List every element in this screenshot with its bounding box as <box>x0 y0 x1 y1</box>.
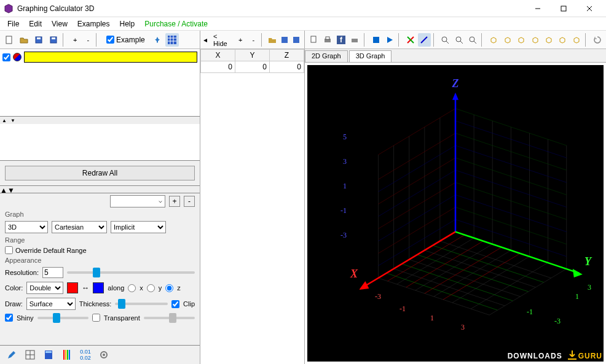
cell-x[interactable]: 0 <box>201 61 235 73</box>
hide-button[interactable]: < Hide <box>209 33 233 47</box>
svg-rect-15 <box>293 37 299 43</box>
gear-icon[interactable] <box>97 348 111 362</box>
preset-remove-button[interactable]: - <box>184 196 195 207</box>
axis-z-radio[interactable] <box>165 284 173 292</box>
rainbow-icon[interactable] <box>60 348 74 362</box>
cube-7-button[interactable] <box>570 33 583 47</box>
remove-expr-button[interactable]: - <box>82 33 93 47</box>
pencil-icon[interactable] <box>5 348 18 362</box>
example-toggle[interactable]: Example <box>102 33 149 47</box>
play-button[interactable] <box>384 33 396 47</box>
line-button[interactable] <box>418 33 430 47</box>
print2-button[interactable] <box>348 33 361 47</box>
y-tick: -3 <box>554 317 561 326</box>
calc-icon[interactable] <box>42 348 55 362</box>
pin-button[interactable] <box>151 33 164 47</box>
graph-viewport[interactable]: Z X Y 5 3 1 -1 -3 -3 -1 1 3 -3 -1 1 3 <box>307 65 604 362</box>
remove-col-button[interactable]: - <box>248 33 259 47</box>
scroll-up-icon[interactable]: ▲ <box>0 117 9 124</box>
zoom-in-button[interactable] <box>439 33 451 47</box>
example-checkbox[interactable] <box>106 36 114 44</box>
dimension-select[interactable]: 3D <box>5 221 48 233</box>
coord-select[interactable]: Cartesian <box>52 221 107 233</box>
grid-button[interactable] <box>165 33 179 47</box>
resolution-slider[interactable] <box>67 271 195 274</box>
scroll-up-icon[interactable]: ▲ <box>0 186 7 193</box>
cube-2-button[interactable] <box>502 33 514 47</box>
cube-5-button[interactable] <box>543 33 555 47</box>
menu-examples[interactable]: Examples <box>73 18 115 29</box>
copy-view-button[interactable] <box>307 33 320 47</box>
svg-line-29 <box>460 41 463 44</box>
tab-2d[interactable]: 2D Graph <box>305 50 348 62</box>
open-data-button[interactable] <box>267 33 278 47</box>
tab-3d[interactable]: 3D Graph <box>349 50 392 62</box>
cell-z[interactable]: 0 <box>270 61 304 73</box>
menu-purchase[interactable]: Purchase / Activate <box>140 18 213 29</box>
thickness-slider[interactable] <box>115 303 168 305</box>
menu-view[interactable]: View <box>47 18 73 29</box>
transparent-slider[interactable] <box>144 317 195 319</box>
col-x-header[interactable]: X <box>201 50 235 61</box>
add-col-button[interactable]: + <box>234 33 246 47</box>
add-expr-button[interactable]: + <box>69 33 81 47</box>
separator <box>261 33 264 47</box>
expression-input[interactable] <box>24 52 197 63</box>
redraw-button[interactable]: Redraw All <box>5 166 195 180</box>
save-data-button[interactable] <box>279 33 290 47</box>
scroll-down-icon[interactable]: ▼ <box>7 186 15 193</box>
open-button[interactable] <box>17 33 31 47</box>
new-button[interactable] <box>2 33 16 47</box>
expr-color-icon[interactable] <box>13 53 22 61</box>
close-button[interactable] <box>576 0 602 17</box>
draw-mode-select[interactable]: Surface <box>26 298 76 310</box>
table-row[interactable]: 0 0 0 <box>201 61 304 73</box>
menu-file[interactable]: File <box>2 18 24 29</box>
resolution-input[interactable] <box>42 267 63 278</box>
axes-button[interactable] <box>404 33 417 47</box>
shiny-slider[interactable] <box>37 317 89 319</box>
saveas-button[interactable] <box>47 33 60 47</box>
collapse-handle[interactable]: ◂ <box>203 33 208 47</box>
save-button[interactable] <box>32 33 45 47</box>
color-1-swatch[interactable] <box>67 282 78 293</box>
color-2-swatch[interactable] <box>93 282 104 293</box>
x-tick: 3 <box>461 323 465 332</box>
zoom-fit-button[interactable] <box>466 33 479 47</box>
cube-6-button[interactable] <box>556 33 569 47</box>
col-y-header[interactable]: Y <box>235 50 270 61</box>
preset-add-button[interactable]: + <box>169 196 180 207</box>
axis-x-radio[interactable] <box>128 284 136 292</box>
grid-icon[interactable] <box>23 348 37 362</box>
maximize-button[interactable] <box>551 0 576 17</box>
expr-enable-checkbox[interactable] <box>2 53 10 61</box>
override-range-checkbox[interactable] <box>5 246 13 254</box>
preset-combo[interactable] <box>110 195 165 207</box>
clip-checkbox[interactable] <box>171 300 179 308</box>
cube-4-button[interactable] <box>529 33 541 47</box>
minimize-button[interactable] <box>525 0 551 17</box>
menu-help[interactable]: Help <box>115 18 140 29</box>
refresh-button[interactable] <box>591 33 604 47</box>
axis-y-radio[interactable] <box>147 284 155 292</box>
transparent-checkbox[interactable] <box>92 314 100 322</box>
swap-icon[interactable]: ↔ <box>82 284 89 292</box>
zoom-out-button[interactable] <box>453 33 465 47</box>
menu-edit[interactable]: Edit <box>24 18 47 29</box>
cube-1-button[interactable] <box>487 33 500 47</box>
svg-line-69 <box>378 182 455 228</box>
color-mode-select[interactable]: Double <box>26 282 63 294</box>
scroll-down-icon[interactable]: ▼ <box>9 117 17 124</box>
stop-button[interactable] <box>369 33 382 47</box>
print-button[interactable] <box>321 33 333 47</box>
cube-3-button[interactable] <box>515 33 527 47</box>
svg-rect-39 <box>67 350 68 360</box>
shiny-checkbox[interactable] <box>5 314 13 322</box>
col-z-header[interactable]: Z <box>270 50 304 61</box>
separator <box>398 33 402 47</box>
share-fb-button[interactable]: f <box>335 33 347 47</box>
mode-select[interactable]: Implicit <box>111 221 166 233</box>
precision-icon[interactable]: 0.010.02 <box>79 348 92 362</box>
cell-y[interactable]: 0 <box>235 61 270 73</box>
export-data-button[interactable] <box>291 33 302 47</box>
